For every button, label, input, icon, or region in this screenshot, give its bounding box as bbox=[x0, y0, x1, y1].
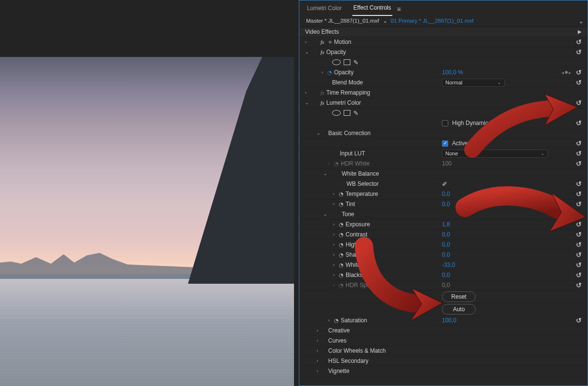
stopwatch-icon[interactable]: ◔ bbox=[339, 201, 344, 207]
tone-header[interactable]: ⌄ Tone bbox=[299, 209, 588, 220]
saturation-value[interactable]: 100,0 bbox=[442, 317, 456, 324]
chevron-down-icon[interactable]: ⌄ bbox=[317, 131, 322, 136]
reset-icon[interactable]: ↺ bbox=[575, 38, 583, 46]
hdr-checkbox[interactable] bbox=[442, 120, 448, 126]
active-row[interactable]: Active ↺ bbox=[299, 138, 588, 149]
blacks-row[interactable]: › ◔ Blacks 0,0 ↺ bbox=[299, 270, 588, 280]
reset-icon[interactable]: ↺ bbox=[575, 48, 583, 56]
hdr-row[interactable]: High Dynamic Range ↺ bbox=[299, 118, 588, 128]
reset-icon[interactable]: ↺ bbox=[575, 241, 583, 248]
input-lut-row[interactable]: Input LUT None ⌄ ↺ bbox=[299, 149, 588, 159]
reset-icon[interactable]: ↺ bbox=[575, 99, 583, 107]
chevron-right-icon[interactable]: › bbox=[333, 273, 339, 277]
shadows-row[interactable]: › ◔ Shadows 0,0 ↺ bbox=[299, 250, 588, 260]
highlights-row[interactable]: › ◔ Highlights 0,0 ↺ bbox=[299, 240, 588, 250]
stopwatch-icon[interactable]: ◔ bbox=[339, 221, 344, 228]
chevron-right-icon[interactable]: › bbox=[317, 338, 322, 343]
reset-icon[interactable]: ↺ bbox=[575, 150, 583, 157]
chevron-right-icon[interactable]: › bbox=[328, 318, 334, 323]
stopwatch-icon[interactable]: ◔ bbox=[339, 252, 344, 258]
active-checkbox[interactable] bbox=[442, 140, 448, 147]
tint-value[interactable]: 0,0 bbox=[442, 201, 450, 207]
reset-button[interactable]: Reset bbox=[442, 291, 476, 302]
fx-icon[interactable]: fx bbox=[319, 90, 326, 96]
contrast-row[interactable]: › ◔ Contrast 0,0 ↺ bbox=[299, 230, 588, 240]
opacity-property[interactable]: › ◔ Opacity 100,0 % ◂ ▸ ↺ bbox=[299, 68, 588, 78]
chevron-right-icon[interactable]: › bbox=[333, 242, 339, 247]
stopwatch-icon[interactable]: ◔ bbox=[334, 317, 339, 324]
keyframe-nav[interactable]: ◂ ▸ bbox=[561, 70, 571, 75]
tint-row[interactable]: › ◔ Tint 0,0 ↺ bbox=[299, 199, 588, 209]
mask-ellipse-icon[interactable] bbox=[332, 110, 341, 116]
effect-opacity[interactable]: ⌄ fx Opacity ↺ bbox=[299, 47, 588, 57]
chevron-right-icon[interactable]: › bbox=[321, 70, 327, 75]
stopwatch-icon[interactable]: ◔ bbox=[339, 242, 344, 248]
reset-icon[interactable]: ↺ bbox=[575, 79, 583, 86]
stopwatch-icon[interactable]: ◔ bbox=[327, 69, 332, 76]
reset-icon[interactable]: ↺ bbox=[575, 261, 583, 269]
stopwatch-icon[interactable]: ◔ bbox=[339, 232, 344, 238]
blend-mode-row[interactable]: Blend Mode Normal ⌄ ↺ bbox=[299, 78, 588, 88]
whites-row[interactable]: › ◔ Whites -33,0 ↺ bbox=[299, 260, 588, 270]
collapse-icon[interactable]: ▴ bbox=[576, 29, 584, 35]
chevron-right-icon[interactable]: › bbox=[333, 202, 339, 207]
reset-icon[interactable]: ↺ bbox=[575, 281, 583, 289]
tab-lumetri-color[interactable]: Lumetri Color bbox=[306, 3, 343, 15]
color-wheels-header[interactable]: › Color Wheels & Match bbox=[299, 346, 588, 356]
tab-effect-controls[interactable]: Effect Controls bbox=[352, 2, 392, 16]
reset-icon[interactable]: ↺ bbox=[575, 271, 583, 279]
eyedropper-icon[interactable]: ✐ bbox=[442, 180, 447, 188]
chevron-right-icon[interactable]: › bbox=[317, 328, 322, 333]
chevron-down-icon[interactable]: ⌄ bbox=[323, 171, 329, 176]
effect-motion[interactable]: › fx ⌗ Motion ↺ bbox=[299, 37, 588, 47]
fx-icon[interactable]: fx bbox=[319, 49, 326, 55]
temperature-row[interactable]: › ◔ Temperature 0,0 ↺ bbox=[299, 189, 588, 199]
chevron-right-icon[interactable]: › bbox=[333, 262, 339, 267]
auto-button[interactable]: Auto bbox=[442, 304, 476, 315]
caret-down-icon[interactable]: ⌄ bbox=[383, 18, 387, 24]
mask-pen-icon[interactable]: ✎ bbox=[353, 110, 359, 117]
chevron-down-icon[interactable]: ⌄ bbox=[323, 212, 329, 217]
reset-icon[interactable]: ↺ bbox=[575, 139, 583, 147]
chevron-right-icon[interactable]: › bbox=[333, 192, 339, 196]
mask-rect-icon[interactable] bbox=[344, 110, 350, 116]
chevron-down-icon[interactable]: ⌄ bbox=[305, 50, 311, 55]
chevron-right-icon[interactable]: › bbox=[305, 90, 311, 95]
reset-icon[interactable]: ↺ bbox=[575, 69, 583, 76]
chevron-right-icon[interactable]: › bbox=[333, 232, 339, 237]
fx-icon[interactable]: fx bbox=[319, 100, 326, 106]
hsl-header[interactable]: › HSL Secondary bbox=[299, 356, 588, 366]
wb-selector-row[interactable]: WB Selector ✐ ↺ bbox=[299, 179, 588, 189]
chevron-right-icon[interactable]: › bbox=[333, 252, 339, 257]
chevron-right-icon[interactable]: › bbox=[333, 222, 339, 227]
input-lut-dropdown[interactable]: None ⌄ bbox=[442, 150, 548, 158]
mask-rect-icon[interactable] bbox=[344, 59, 350, 65]
blend-mode-dropdown[interactable]: Normal ⌄ bbox=[442, 79, 505, 87]
reset-icon[interactable]: ↺ bbox=[575, 180, 583, 188]
panel-menu-icon[interactable]: ≡ bbox=[397, 5, 401, 13]
fx-icon[interactable]: fx bbox=[319, 39, 326, 45]
opacity-value[interactable]: 100,0 % bbox=[442, 69, 463, 76]
mask-pen-icon[interactable]: ✎ bbox=[353, 59, 359, 66]
reset-icon[interactable]: ↺ bbox=[575, 190, 583, 198]
reset-icon[interactable]: ↺ bbox=[575, 231, 583, 238]
basic-correction-header[interactable]: ⌄ Basic Correction bbox=[299, 128, 588, 138]
reset-icon[interactable]: ↺ bbox=[575, 160, 583, 167]
breadcrumb-master[interactable]: Master * JL__2887(1)_01.mxf bbox=[306, 18, 379, 24]
stopwatch-icon[interactable]: ◔ bbox=[339, 262, 344, 268]
reset-icon[interactable]: ↺ bbox=[575, 221, 583, 228]
reset-icon[interactable]: ↺ bbox=[575, 251, 583, 259]
reset-icon[interactable]: ↺ bbox=[575, 200, 583, 208]
stopwatch-icon[interactable]: ◔ bbox=[339, 191, 344, 197]
reset-icon[interactable]: ↺ bbox=[575, 317, 583, 324]
mask-ellipse-icon[interactable] bbox=[332, 59, 341, 65]
vignette-header[interactable]: › Vignette bbox=[299, 366, 588, 376]
curves-header[interactable]: › Curves bbox=[299, 336, 588, 346]
chevron-right-icon[interactable]: › bbox=[317, 348, 322, 353]
chevron-down-icon[interactable]: ⌄ bbox=[305, 100, 311, 105]
chevron-right-icon[interactable]: › bbox=[317, 358, 322, 363]
chevron-right-icon[interactable]: › bbox=[317, 369, 322, 373]
effect-time-remapping[interactable]: › fx Time Remapping bbox=[299, 88, 588, 98]
creative-header[interactable]: › Creative bbox=[299, 326, 588, 336]
whites-value[interactable]: -33,0 bbox=[442, 262, 455, 268]
